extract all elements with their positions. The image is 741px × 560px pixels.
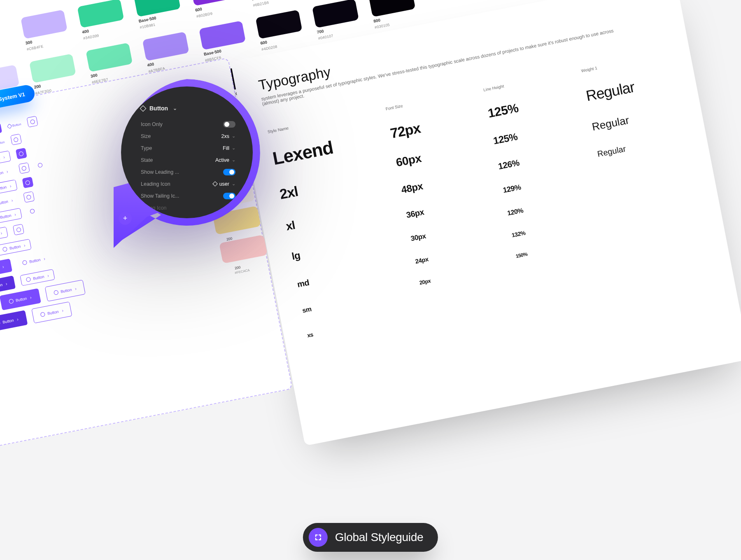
- typo-style-name: xs: [307, 312, 413, 338]
- inspector-row-icon-only: Icon Only: [141, 118, 235, 130]
- typo-style-name: sm: [302, 287, 408, 314]
- inspector-row-type: Type Fill⌄: [141, 142, 235, 154]
- add-button[interactable]: +: [119, 212, 132, 225]
- inspector-title-row[interactable]: Button ⌄: [141, 105, 235, 112]
- typo-style-name: xl: [285, 200, 392, 233]
- color-swatch[interactable]: 800#030105: [368, 0, 418, 30]
- component-tag: Button: [0, 140, 5, 146]
- typo-header-name: Style Name: [267, 109, 373, 134]
- button-variant[interactable]: [16, 148, 27, 159]
- typo-font-size: 20px: [419, 278, 431, 286]
- dropdown-state[interactable]: Active⌄: [215, 157, 235, 163]
- component-tag: Button: [7, 122, 21, 128]
- color-swatch[interactable]: 700#6B21B6: [247, 0, 296, 7]
- toggle-icon-only[interactable]: [223, 121, 235, 128]
- diamond-icon: [212, 181, 218, 187]
- inspector-title: Button: [149, 105, 168, 112]
- typo-line-height: 120%: [507, 207, 519, 217]
- typo-header-lineheight: Line Height: [483, 71, 519, 92]
- button-variant[interactable]: [27, 116, 38, 127]
- typo-line-height: 132%: [511, 229, 519, 238]
- dropdown-leading-icon[interactable]: user⌄: [213, 181, 235, 187]
- typo-style-name: lg: [291, 231, 398, 262]
- button-variant[interactable]: [35, 159, 46, 171]
- inspector-row-state: State Active⌄: [141, 154, 235, 166]
- button-variant[interactable]: Button: [0, 166, 14, 182]
- button-variant[interactable]: [27, 205, 38, 217]
- button-variant[interactable]: [22, 177, 33, 188]
- button-variant[interactable]: Button: [0, 194, 19, 210]
- chevron-down-icon: ⌄: [232, 145, 235, 151]
- color-swatch[interactable]: 300#C6B4FE: [21, 9, 70, 51]
- typo-line-height: 125%: [492, 131, 519, 147]
- typo-line-height: 126%: [497, 158, 519, 171]
- color-swatch[interactable]: 700#040107: [312, 0, 361, 40]
- button-variant[interactable]: [0, 123, 2, 134]
- button-variant[interactable]: Button: [0, 208, 22, 225]
- button-variant[interactable]: [23, 191, 35, 203]
- chevron-down-icon: ⌄: [173, 105, 177, 111]
- button-variant[interactable]: Button: [0, 239, 32, 256]
- button-variant[interactable]: Button: [0, 226, 8, 243]
- button-variant[interactable]: Button: [32, 301, 72, 323]
- typo-font-size: 48px: [400, 180, 424, 196]
- typo-line-height: 150%: [515, 251, 519, 259]
- typo-header-fontsize: Font Size: [385, 90, 471, 111]
- component-icon: [140, 105, 147, 112]
- chevron-down-icon: ⌄: [232, 133, 235, 139]
- chevron-down-icon: ⌄: [232, 157, 235, 163]
- typo-line-height: 125%: [487, 101, 519, 121]
- button-variant[interactable]: Button: [0, 151, 11, 168]
- dropdown-type[interactable]: Fill⌄: [223, 145, 235, 151]
- typo-font-size: 24px: [415, 255, 429, 265]
- button-variant[interactable]: Button: [16, 253, 51, 269]
- button-variant[interactable]: Button: [44, 280, 85, 301]
- inspector-row-size: Size 2xs⌄: [141, 130, 235, 142]
- button-variant[interactable]: [10, 134, 22, 145]
- button-variant[interactable]: [19, 162, 30, 174]
- button-variant[interactable]: Button: [0, 288, 41, 310]
- typo-font-size: 36px: [405, 207, 425, 220]
- typo-style-name: md: [296, 260, 403, 289]
- inspector-row-show-leading: Show Leading ...: [141, 166, 235, 178]
- color-swatch[interactable]: 400#34D399: [77, 0, 126, 40]
- color-swatch[interactable]: 600#4D0208: [256, 9, 305, 51]
- chevron-down-icon: ⌄: [232, 181, 235, 187]
- color-swatch[interactable]: Base·500#8B5CF6: [199, 21, 248, 63]
- toggle-show-leading[interactable]: [223, 169, 235, 175]
- button-variant[interactable]: Button: [20, 269, 55, 286]
- typo-font-size: 72px: [389, 120, 422, 141]
- typo-font-size: 30px: [410, 232, 426, 243]
- typo-font-size: 60px: [395, 152, 422, 169]
- button-variant[interactable]: Button: [0, 180, 17, 196]
- component-inspector: + Button ⌄ Icon Only Size 2xs⌄ Type Fill…: [114, 79, 260, 248]
- inspector-row-leading-icon: Leading Icon user⌄: [141, 178, 235, 190]
- color-swatch[interactable]: Base·500#10B981: [134, 0, 183, 30]
- button-variant[interactable]: Button: [0, 310, 28, 332]
- inspector-row-show-tailing: Show Tailing Ic...: [141, 190, 235, 202]
- dropdown-size[interactable]: 2xs⌄: [221, 133, 235, 139]
- typo-style-name: 2xl: [278, 166, 387, 203]
- typo-font-name: Lexend: [271, 128, 380, 169]
- button-variant[interactable]: [13, 224, 24, 236]
- toggle-show-tailing[interactable]: [223, 193, 235, 199]
- color-swatch[interactable]: 600#802BD9: [190, 0, 240, 19]
- typo-line-height: 129%: [502, 183, 519, 195]
